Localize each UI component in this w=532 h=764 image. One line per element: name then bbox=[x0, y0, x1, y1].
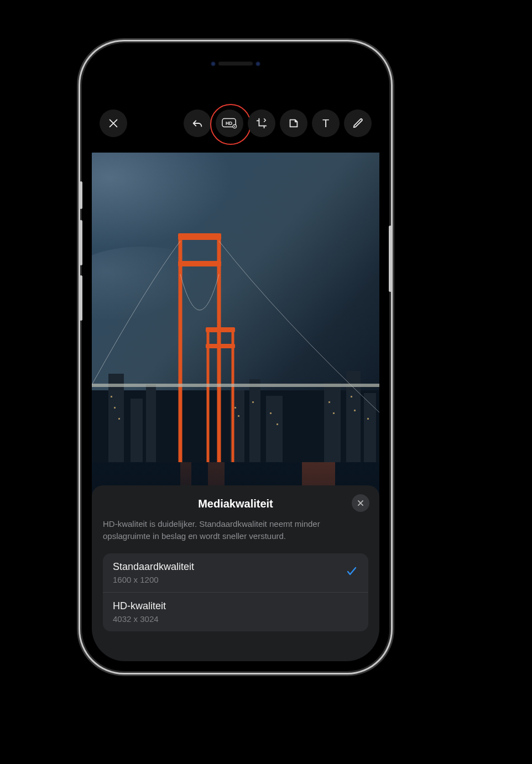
crop-rotate-icon bbox=[255, 117, 268, 129]
svg-rect-21 bbox=[234, 407, 236, 409]
close-icon bbox=[357, 499, 364, 507]
svg-rect-11 bbox=[146, 385, 156, 462]
svg-rect-25 bbox=[277, 423, 278, 425]
pencil-icon bbox=[352, 117, 364, 129]
text-button[interactable]: T bbox=[312, 109, 340, 137]
sheet-close-button[interactable] bbox=[352, 494, 369, 512]
svg-rect-27 bbox=[333, 412, 335, 414]
media-quality-sheet: Mediakwaliteit HD-kwaliteit is duidelijk… bbox=[92, 485, 379, 661]
option-title: HD-kwaliteit bbox=[113, 600, 166, 612]
volume-up-button bbox=[80, 220, 82, 265]
svg-rect-19 bbox=[114, 407, 116, 409]
draw-button[interactable] bbox=[344, 109, 372, 137]
sensor-dot bbox=[211, 61, 216, 66]
editor-toolbar: HD bbox=[92, 107, 379, 139]
svg-rect-35 bbox=[92, 384, 379, 387]
phone-notch bbox=[175, 53, 296, 74]
svg-rect-26 bbox=[328, 401, 330, 403]
svg-rect-28 bbox=[351, 396, 352, 397]
close-button[interactable] bbox=[100, 109, 127, 137]
svg-rect-30 bbox=[367, 418, 369, 420]
svg-point-3 bbox=[234, 125, 235, 127]
quality-options-list: Standaardkwaliteit 1600 x 1200 HD-kwalit… bbox=[103, 553, 368, 631]
svg-rect-32 bbox=[178, 261, 221, 266]
hd-quality-button[interactable]: HD bbox=[216, 109, 243, 137]
option-resolution: 1600 x 1200 bbox=[113, 575, 194, 584]
svg-rect-13 bbox=[249, 379, 260, 462]
svg-rect-20 bbox=[118, 418, 120, 420]
svg-rect-10 bbox=[131, 399, 143, 462]
option-resolution: 4032 x 3024 bbox=[113, 614, 166, 624]
text-icon: T bbox=[322, 117, 329, 130]
svg-rect-24 bbox=[270, 412, 272, 414]
svg-rect-22 bbox=[238, 415, 239, 417]
sheet-description: HD-kwaliteit is duidelijker. Standaardkw… bbox=[103, 518, 368, 542]
svg-rect-15 bbox=[324, 382, 341, 462]
side-button bbox=[80, 181, 82, 209]
sticker-icon bbox=[288, 117, 300, 129]
quality-option-hd[interactable]: HD-kwaliteit 4032 x 3024 bbox=[103, 592, 368, 631]
svg-text:HD: HD bbox=[226, 121, 232, 126]
sticker-button[interactable] bbox=[280, 109, 307, 137]
hd-settings-icon: HD bbox=[222, 118, 237, 129]
volume-down-button bbox=[80, 275, 82, 321]
option-title: Standaardkwaliteit bbox=[113, 561, 194, 573]
svg-rect-23 bbox=[252, 401, 254, 403]
close-icon bbox=[107, 117, 119, 129]
svg-rect-31 bbox=[178, 233, 221, 240]
svg-rect-18 bbox=[111, 396, 112, 397]
crop-rotate-button[interactable] bbox=[248, 109, 275, 137]
svg-rect-14 bbox=[266, 396, 283, 462]
sensor-dot bbox=[255, 61, 260, 66]
svg-rect-34 bbox=[206, 344, 235, 348]
sheet-title: Mediakwaliteit bbox=[103, 498, 368, 510]
svg-rect-33 bbox=[206, 327, 235, 332]
quality-option-standard[interactable]: Standaardkwaliteit 1600 x 1200 bbox=[103, 553, 368, 592]
svg-rect-29 bbox=[354, 410, 356, 411]
power-button bbox=[389, 226, 392, 292]
phone-frame: HD bbox=[82, 43, 389, 671]
speaker-grille bbox=[218, 62, 253, 66]
phone-screen: HD bbox=[92, 53, 379, 661]
undo-icon bbox=[191, 117, 204, 129]
undo-button[interactable] bbox=[184, 109, 211, 137]
checkmark-icon bbox=[345, 564, 358, 581]
